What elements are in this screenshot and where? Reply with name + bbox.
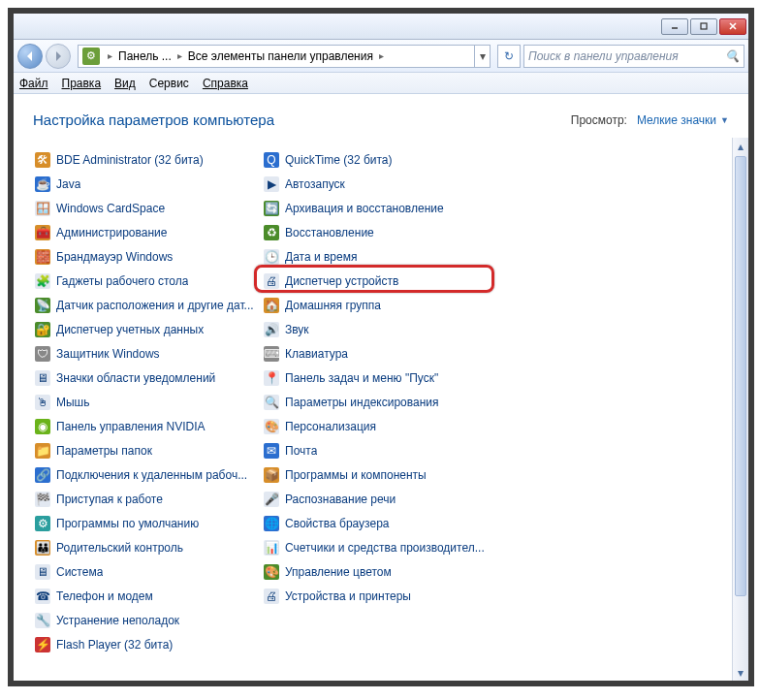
menu-view[interactable]: Вид — [114, 77, 136, 90]
scroll-track[interactable] — [733, 598, 748, 664]
item-label: Диспетчер устройств — [285, 274, 398, 288]
back-button[interactable] — [17, 44, 43, 69]
cp-item-programs-features[interactable]: 📦Программы и компоненты — [262, 462, 491, 487]
cp-item-credential-manager[interactable]: 🔐Диспетчер учетных данных — [33, 317, 262, 341]
view-dropdown[interactable]: Мелкие значки ▼ — [637, 113, 729, 127]
breadcrumb-dropdown-icon[interactable]: ▾ — [474, 46, 490, 67]
scroll-down-button[interactable]: ▾ — [733, 664, 748, 681]
cp-item-keyboard[interactable]: ⌨Клавиатура — [262, 341, 491, 366]
cp-item-troubleshoot[interactable]: 🔧Устранение неполадок — [33, 608, 262, 632]
cp-item-quicktime[interactable]: QQuickTime (32 бита) — [262, 147, 491, 172]
minimize-button[interactable] — [661, 18, 688, 35]
cp-item-taskbar-start[interactable]: 📍Панель задач и меню "Пуск" — [262, 366, 491, 390]
keyboard-icon: ⌨ — [264, 346, 279, 362]
cp-item-internet-options[interactable]: 🌐Свойства браузера — [262, 511, 491, 535]
menu-help[interactable]: Справка — [203, 77, 248, 90]
cp-item-flash-player[interactable]: ⚡Flash Player (32 бита) — [33, 632, 262, 656]
cp-item-getting-started[interactable]: 🏁Приступая к работе — [33, 487, 262, 511]
cp-item-perf-counters[interactable]: 📊Счетчики и средства производител... — [262, 535, 491, 559]
search-input[interactable]: Поиск в панели управления 🔍 — [523, 45, 744, 68]
item-label: Звук — [285, 323, 309, 336]
cp-item-admin-tools[interactable]: 🧰Администрирование — [33, 220, 262, 244]
item-label: Домашняя группа — [285, 299, 381, 312]
breadcrumb-item-1[interactable]: Панель ... — [116, 49, 174, 63]
item-label: Мышь — [56, 396, 90, 409]
breadcrumb-bar[interactable]: ▸ Панель ... ▸ Все элементы панели управ… — [78, 45, 491, 68]
cp-item-parental-controls[interactable]: 👪Родительский контроль — [33, 535, 262, 559]
location-sensor-icon: 📡 — [35, 298, 50, 313]
item-label: Программы и компоненты — [285, 468, 427, 482]
cp-item-personalization[interactable]: 🎨Персонализация — [262, 414, 491, 438]
menu-tools[interactable]: Сервис — [149, 77, 189, 90]
cp-item-sound[interactable]: 🔊Звук — [262, 317, 491, 341]
control-panel-icon — [82, 48, 100, 65]
homegroup-icon: 🏠 — [264, 298, 279, 313]
date-time-icon: 🕒 — [264, 249, 279, 265]
internet-options-icon: 🌐 — [264, 516, 279, 531]
breadcrumb-item-2[interactable]: Все элементы панели управления — [186, 49, 375, 63]
items-grid: 🛠BDE Administrator (32 бита)☕Java🪟Window… — [14, 138, 732, 681]
item-label: Распознавание речи — [285, 493, 396, 506]
taskbar-start-icon: 📍 — [264, 370, 279, 386]
phone-modem-icon: ☎ — [35, 589, 50, 604]
item-label: Параметры индексирования — [285, 396, 438, 409]
cp-item-folder-options[interactable]: 📁Параметры папок — [33, 438, 262, 462]
personalization-icon: 🎨 — [264, 419, 279, 434]
item-label: Гаджеты рабочего стола — [56, 274, 188, 288]
menu-edit[interactable]: Правка — [62, 77, 102, 90]
cp-item-backup-restore[interactable]: 🔄Архивация и восстановление — [262, 196, 491, 220]
cp-item-java[interactable]: ☕Java — [33, 172, 262, 196]
item-label: Подключения к удаленным рабоч... — [56, 468, 247, 482]
cp-item-date-time[interactable]: 🕒Дата и время — [262, 244, 491, 269]
item-label: Управление цветом — [285, 565, 392, 579]
recovery-icon: ♻ — [264, 225, 279, 240]
item-label: Устройства и принтеры — [285, 589, 411, 603]
item-label: Панель задач и меню "Пуск" — [285, 371, 438, 385]
sound-icon: 🔊 — [264, 322, 279, 337]
cp-item-devices-printers[interactable]: 🖨Устройства и принтеры — [262, 584, 491, 608]
titlebar — [14, 14, 748, 40]
cp-item-firewall[interactable]: 🧱Брандмауэр Windows — [33, 244, 262, 269]
close-button[interactable] — [719, 18, 746, 35]
cp-item-mouse[interactable]: 🖱Мышь — [33, 390, 262, 414]
cp-item-speech-recognition[interactable]: 🎤Распознавание речи — [262, 487, 491, 511]
cp-item-bde-administrator[interactable]: 🛠BDE Administrator (32 бита) — [33, 147, 262, 172]
content-area: 🛠BDE Administrator (32 бита)☕Java🪟Window… — [14, 138, 748, 681]
cp-item-location-sensor[interactable]: 📡Датчик расположения и другие дат... — [33, 293, 262, 317]
cp-item-color-management[interactable]: 🎨Управление цветом — [262, 559, 491, 584]
backup-restore-icon: 🔄 — [264, 201, 279, 216]
cp-item-homegroup[interactable]: 🏠Домашняя группа — [262, 293, 491, 317]
cp-item-notification-icons[interactable]: 🖥Значки области уведомлений — [33, 366, 262, 390]
item-label: Почта — [285, 444, 317, 458]
cp-item-recovery[interactable]: ♻Восстановление — [262, 220, 491, 244]
cp-item-autoplay[interactable]: ▶Автозапуск — [262, 172, 491, 196]
bde-administrator-icon: 🛠 — [35, 152, 50, 168]
svg-rect-1 — [701, 23, 707, 29]
cp-item-windows-defender[interactable]: 🛡Защитник Windows — [33, 341, 262, 366]
item-label: Java — [56, 177, 80, 191]
refresh-button[interactable]: ↻ — [497, 45, 521, 68]
cp-item-indexing-options[interactable]: 🔍Параметры индексирования — [262, 390, 491, 414]
java-icon: ☕ — [35, 176, 50, 192]
item-label: Система — [56, 565, 103, 579]
cp-item-default-programs[interactable]: ⚙Программы по умолчанию — [33, 511, 262, 535]
forward-button[interactable] — [46, 44, 71, 69]
item-label: Windows CardSpace — [56, 202, 165, 215]
item-label: Датчик расположения и другие дат... — [56, 299, 254, 312]
vertical-scrollbar[interactable]: ▴ ▾ — [732, 138, 748, 681]
remote-app-icon: 🔗 — [35, 467, 50, 483]
cp-item-remote-app[interactable]: 🔗Подключения к удаленным рабоч... — [33, 462, 262, 487]
scroll-thumb[interactable] — [735, 156, 746, 596]
cp-item-desktop-gadgets[interactable]: 🧩Гаджеты рабочего стола — [33, 269, 262, 293]
item-label: Приступая к работе — [56, 493, 163, 506]
cp-item-device-manager[interactable]: 🖨Диспетчер устройств — [262, 269, 491, 293]
scroll-up-button[interactable]: ▴ — [733, 138, 748, 154]
cp-item-mail[interactable]: ✉Почта — [262, 438, 491, 462]
cp-item-windows-cardspace[interactable]: 🪟Windows CardSpace — [33, 196, 262, 220]
menu-file[interactable]: Файл — [19, 77, 48, 90]
cp-item-system[interactable]: 🖥Система — [33, 559, 262, 584]
maximize-button[interactable] — [690, 18, 717, 35]
cp-item-phone-modem[interactable]: ☎Телефон и модем — [33, 584, 262, 608]
cp-item-nvidia-panel[interactable]: ◉Панель управления NVIDIA — [33, 414, 262, 438]
speech-recognition-icon: 🎤 — [264, 492, 279, 507]
